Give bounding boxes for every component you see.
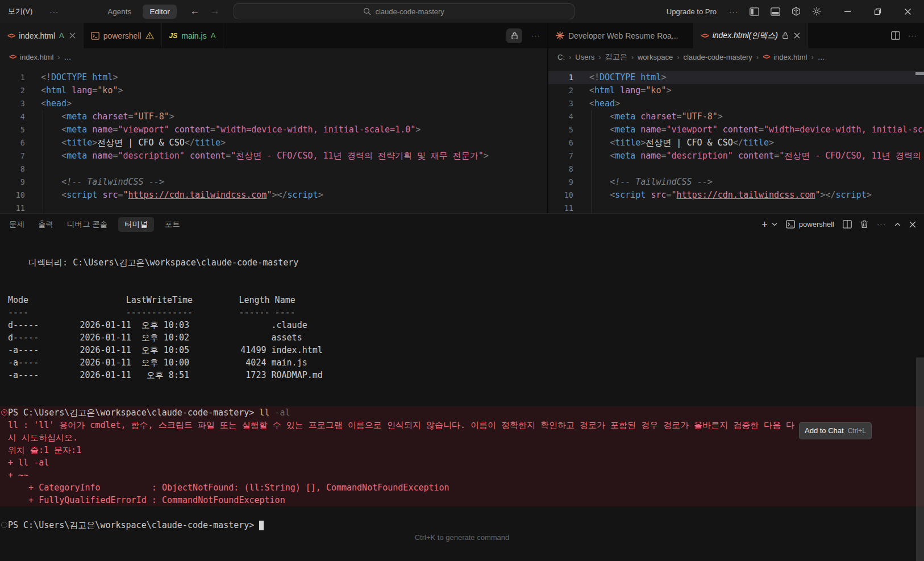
settings-gear-icon[interactable] (812, 7, 821, 16)
line-number: 5 (0, 123, 25, 136)
terminal-text: + ~~ (8, 470, 28, 480)
close-icon[interactable] (69, 32, 76, 39)
code-line: 8 (548, 163, 924, 176)
group-actions-left: ··· (506, 23, 547, 48)
code-token: title (195, 138, 220, 148)
chevron-right-icon: › (756, 53, 759, 61)
terminal-scrollbar[interactable] (916, 358, 924, 561)
code-token: lang (72, 85, 92, 95)
code-token: = (226, 151, 231, 161)
close-panel-icon[interactable] (909, 221, 916, 228)
more-actions-icon[interactable]: ··· (729, 7, 738, 16)
breadcrumb-item[interactable]: workspace (638, 53, 673, 61)
cube-icon[interactable] (792, 7, 801, 16)
scrollbar-handle[interactable] (915, 72, 924, 75)
window-minimize-icon[interactable] (844, 8, 851, 15)
breadcrumb-file[interactable]: index.html (773, 53, 807, 61)
code-token: </ (277, 190, 287, 200)
panel-more-icon[interactable]: ··· (877, 220, 886, 228)
terminal-line (0, 394, 924, 406)
breadcrumb-drive[interactable]: C: (557, 53, 565, 61)
code-token: "viewport" (118, 124, 169, 135)
menu-overflow-icon[interactable]: ··· (49, 7, 59, 16)
back-icon[interactable]: ← (190, 6, 200, 17)
trash-icon[interactable] (860, 220, 868, 228)
editor-actions-icon[interactable]: ··· (531, 31, 540, 40)
code-line: 9 <!-- TailwindCSS --> (0, 176, 547, 189)
breadcrumb-item[interactable]: 김고은 (605, 52, 627, 62)
chevron-down-icon[interactable] (772, 222, 777, 226)
search-input[interactable]: claude-code-mastery (234, 3, 575, 19)
code-token: content (738, 151, 774, 161)
code-token (41, 177, 61, 187)
code-token: charset (92, 111, 128, 122)
upgrade-to-pro-button[interactable]: Upgrade to Pro (667, 7, 717, 16)
add-to-chat-button[interactable]: Add to Chat Ctrl+L (799, 422, 872, 439)
code-token: > (484, 151, 489, 161)
tab-powershell[interactable]: powershell (84, 23, 162, 48)
code-line: 3<head> (0, 97, 547, 110)
warning-icon (145, 32, 154, 39)
breadcrumb-item[interactable]: claude-code-mastery (683, 53, 752, 61)
tab-agents[interactable]: Agents (107, 7, 131, 16)
terminal-instance-powershell[interactable]: powershell (786, 220, 834, 228)
breadcrumb-item[interactable]: Users (575, 53, 594, 61)
code-token: > (113, 72, 118, 82)
tab-label: index.html(인덱스) (713, 31, 778, 41)
tab-editor[interactable]: Editor (143, 5, 176, 19)
window-restore-icon[interactable] (874, 8, 881, 15)
terminal-line: + ll -al (0, 456, 924, 469)
code-token: = (92, 85, 97, 95)
code-token: "width=device-width, initial-scale=1.0" (215, 124, 415, 135)
terminal-line (0, 506, 924, 519)
breadcrumb[interactable]: C: › Users › 김고은 › workspace › claude-co… (548, 48, 924, 65)
code-token: meta (615, 111, 635, 122)
forward-icon[interactable]: → (210, 6, 220, 17)
code-token: head (46, 98, 66, 109)
breadcrumb[interactable]: <> index.html › … (0, 48, 547, 65)
lock-icon[interactable] (782, 32, 789, 39)
code-token: "ko" (97, 85, 118, 95)
code-token: "width=device-width, initial-scale=1.0" (764, 124, 924, 135)
code-token: DOCTYPE html (51, 72, 113, 82)
code-token: title (66, 138, 92, 148)
close-icon[interactable] (794, 32, 800, 39)
terminal-text: -a---- 2026-01-11 오후 10:00 4024 main.js (8, 358, 307, 368)
chevron-up-icon[interactable] (894, 222, 901, 227)
panel-tab-problems[interactable]: 문제 (9, 219, 24, 230)
code-editor-left[interactable]: 1<!DOCTYPE html>2<html lang="ko">3<head>… (0, 65, 547, 213)
editor-actions-icon[interactable]: ··· (908, 31, 917, 40)
split-terminal-icon[interactable] (843, 220, 852, 228)
breadcrumb-more[interactable]: … (64, 53, 72, 61)
lock-icon[interactable] (506, 28, 522, 43)
chevron-right-icon: › (598, 53, 601, 61)
tab-index-html[interactable]: <> index.html A (0, 23, 84, 48)
panel-tab-terminal[interactable]: 터미널 (118, 217, 154, 232)
panel-tab-ports[interactable]: 포트 (165, 219, 180, 230)
terminal-output[interactable]: 디렉터리: C:\Users\김고은\workspace\claude-code… (0, 235, 924, 561)
panel-tab-output[interactable]: 출력 (38, 219, 53, 230)
code-line: 1<!DOCTYPE html> (548, 71, 924, 84)
breadcrumb-more[interactable]: … (818, 53, 825, 61)
tab-main-js[interactable]: JS main.js A (162, 23, 224, 48)
tab-index-html-preview[interactable]: <> index.html(인덱스) (694, 23, 808, 48)
breadcrumb-file[interactable]: index.html (20, 53, 53, 61)
chevron-right-icon: › (569, 53, 571, 61)
bottom-panel: 문제 출력 디버그 콘솔 터미널 포트 + powershell ··· (0, 213, 924, 561)
command-decoration-icon[interactable] (1, 522, 7, 528)
toggle-sidebar-icon[interactable] (750, 7, 759, 16)
code-token (635, 124, 640, 135)
window-close-icon[interactable] (904, 8, 911, 15)
code-token: < (610, 111, 615, 122)
menu-view[interactable]: 보기(V) (8, 6, 32, 16)
code-line: 2<html lang="ko"> (0, 84, 547, 97)
new-terminal-icon[interactable]: + (761, 221, 768, 228)
split-editor-icon[interactable] (891, 31, 900, 40)
html-file-icon: <> (701, 31, 709, 40)
panel-tab-debug-console[interactable]: 디버그 콘솔 (67, 219, 107, 230)
code-editor-right[interactable]: 1<!DOCTYPE html>2<html lang="ko">3<head>… (548, 65, 924, 213)
toggle-panel-icon[interactable] (771, 7, 780, 16)
tab-developer-web-resume[interactable]: Developer Web Resume Roa... (548, 23, 694, 48)
code-token: < (61, 138, 66, 148)
terminal-icon (91, 32, 99, 40)
